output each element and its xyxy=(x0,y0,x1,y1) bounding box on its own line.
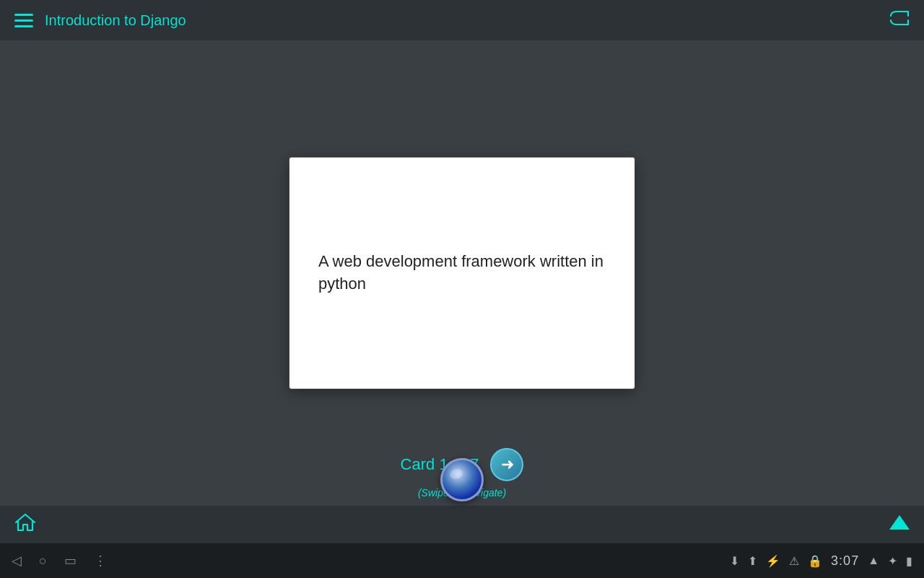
shuffle-button[interactable] xyxy=(889,10,910,30)
app-title: Introduction to Django xyxy=(45,12,186,29)
next-arrow-icon: ➜ xyxy=(501,455,514,474)
bluetooth-icon: ✦ xyxy=(888,554,897,568)
usb-icon: ⚡ xyxy=(766,554,780,568)
wifi-icon: ▲ xyxy=(868,554,879,567)
hamburger-line-2 xyxy=(14,20,33,22)
lock-icon: 🔒 xyxy=(808,554,822,568)
android-icon: ⬆ xyxy=(748,554,757,568)
recents-button[interactable]: ▭ xyxy=(64,553,77,569)
scroll-up-button[interactable] xyxy=(889,514,910,536)
home-button[interactable] xyxy=(14,513,36,537)
system-bar: ◁ ○ ▭ ⋮ ⬇ ⬆ ⚡ ⚠ 🔒 3:07 ▲ ✦ ▮ xyxy=(0,543,924,578)
back-button[interactable]: ◁ xyxy=(12,553,22,569)
battery-icon: ▮ xyxy=(906,554,912,568)
flashcard[interactable]: A web development framework written in p… xyxy=(289,158,635,389)
bottom-nav-bar xyxy=(0,506,924,543)
hamburger-line-3 xyxy=(14,25,33,27)
next-card-button[interactable]: ➜ xyxy=(490,448,523,481)
home-sys-button[interactable]: ○ xyxy=(39,553,47,569)
warning-icon: ⚠ xyxy=(789,554,799,568)
top-bar: Introduction to Django xyxy=(0,0,924,40)
download-icon: ⬇ xyxy=(730,554,739,568)
app-logo xyxy=(440,458,484,501)
system-status-icons: ⬇ ⬆ ⚡ ⚠ 🔒 3:07 ▲ ✦ ▮ xyxy=(730,553,912,569)
svg-marker-0 xyxy=(889,515,910,530)
menu-sys-button[interactable]: ⋮ xyxy=(94,553,107,569)
menu-button[interactable] xyxy=(14,14,33,27)
hamburger-line-1 xyxy=(14,14,33,16)
flashcard-text: A web development framework written in p… xyxy=(318,251,606,296)
system-time: 3:07 xyxy=(831,553,859,569)
top-bar-left: Introduction to Django xyxy=(14,12,186,29)
main-content: A web development framework written in p… xyxy=(0,40,924,506)
system-nav-buttons: ◁ ○ ▭ ⋮ xyxy=(12,553,107,569)
